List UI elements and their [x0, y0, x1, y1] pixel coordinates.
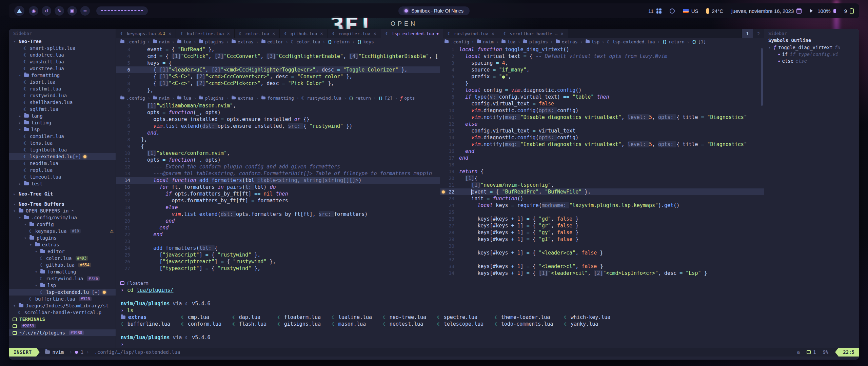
breadcrumb-config[interactable]: .config	[120, 96, 145, 101]
code-line-7[interactable]: 7 end,	[116, 129, 440, 136]
code-line-30[interactable]: 30	[440, 243, 764, 249]
buffer-tab-color-lua[interactable]: ☾color.lua×	[235, 29, 280, 38]
breadcrumb-extras[interactable]: extras	[231, 96, 254, 101]
tree-folder-editor[interactable]: ▾editor	[9, 248, 116, 255]
code-line-3[interactable]: 3 event = { "BufRead" },	[116, 46, 440, 53]
code-line-8[interactable]: 8 },	[116, 136, 440, 143]
buffer-tab-keymaps-lua[interactable]: ☾keymaps.lua⚠3×	[116, 29, 176, 38]
outline-item-else[interactable]: ◆elseelse	[764, 58, 859, 64]
tree-file-winshift-lua[interactable]: ☾winshift.lua	[9, 58, 116, 65]
code-line-31[interactable]: 31 keys[#keys + 1] = { "<leader>ca", fal…	[440, 249, 764, 256]
tree-folder-plugins[interactable]: ▾plugins	[9, 235, 116, 241]
breadcrumb-rustywind-lua[interactable]: ☾rustywind.lua	[301, 96, 341, 101]
breadcrumb-lsp-extended-lua[interactable]: ☾lsp-extended.lua	[607, 39, 655, 44]
code-line-23[interactable]: 23	[116, 238, 440, 245]
tree-folder-test[interactable]: ▸test	[9, 180, 116, 187]
code-line-12[interactable]: 12 --- Extend the conform plugin config …	[116, 163, 440, 170]
breadcrumb-lua[interactable]: lua	[177, 96, 191, 101]
code-line-17[interactable]: 17 opts.formatters_by_ft[ft] = formatter…	[116, 197, 440, 204]
keyboard-layout-module[interactable]: US	[683, 8, 698, 14]
power-button-icon[interactable]: ◉	[29, 6, 38, 16]
tree-file-isort-lua[interactable]: ☾isort.lua	[9, 79, 116, 85]
code-line-5[interactable]: 5 keys = {	[116, 60, 440, 66]
code-line-14[interactable]: 14 vim.diagnostic.config(opts: config)	[440, 134, 764, 141]
tree-folder-formatting[interactable]: ▾formatting	[9, 268, 116, 275]
progress-pill[interactable]	[96, 6, 148, 15]
code-line-13[interactable]: 13 ---@param tbl table<string, conform.F…	[116, 170, 440, 177]
breadcrumb-plugins[interactable]: plugins	[523, 39, 548, 44]
code-line-15[interactable]: 15 for ft, formatters in pairs(t: tbl) d…	[116, 184, 440, 190]
tree-file-rustfmt-lua[interactable]: ☾rustfmt.lua	[9, 85, 116, 92]
tree-folder-linting[interactable]: ▸linting	[9, 119, 116, 126]
code-line-10[interactable]: 10 vim.diagnostic.config(opts: config)	[440, 107, 764, 114]
tree-file-keymaps-lua[interactable]: ☾keymaps.lua#10⚠	[9, 228, 116, 235]
breadcrumb-lua[interactable]: lua	[177, 39, 191, 44]
close-icon[interactable]: ×	[320, 31, 323, 36]
breadcrumb-keys[interactable]: {}keys	[357, 39, 374, 44]
code-line-5[interactable]: 5 opts.ensure_installed = opts.ensure_in…	[116, 116, 440, 123]
code-line-7[interactable]: 7 { [1]"<S-C>", [2]"<cmd>CccConvert<cr>"…	[116, 73, 440, 80]
buffer-tab-scrollbar-handle[interactable]: ☾scrollbar-handle-…×	[499, 29, 568, 38]
code-line-32[interactable]: 32	[440, 256, 764, 263]
code-line-25[interactable]: 25	[440, 209, 764, 216]
close-icon[interactable]: ×	[272, 31, 275, 36]
code-line-29[interactable]: 29 keys[#keys + 1] = { "gI", false }	[440, 236, 764, 243]
menu-button-icon[interactable]: ≡	[80, 6, 90, 16]
tree-file-lens-lua[interactable]: ☾lens.lua	[9, 140, 116, 146]
code-line-23[interactable]: 23 init = function()	[440, 195, 764, 202]
code-line-4[interactable]: 4 cmd = { [1]"CccPick", [2]"CccConvert",…	[116, 53, 440, 60]
code-line-8[interactable]: 8 if type(v: config.virtual_text) == "ta…	[440, 94, 764, 100]
tree-folder-open-buffers-in[interactable]: ▾OPEN BUFFERS in ~	[9, 207, 116, 214]
breadcrumb-formatting[interactable]: formatting	[261, 96, 294, 101]
close-icon[interactable]: ×	[227, 31, 230, 36]
code-line-22[interactable]: 22 end	[116, 231, 440, 238]
tree-section-neo-tree-buffers[interactable]: ▾Neo-Tree Buffers	[9, 201, 116, 207]
tree-file-undotree-lua[interactable]: ☾undotree.lua	[9, 52, 116, 58]
now-playing[interactable]: Spiritbox - Rule Of Nines	[398, 6, 470, 15]
tree-file-lsp-extended-lu[interactable]: ☾lsp-extended.lu [+]	[9, 289, 116, 296]
code-line-18[interactable]: 18	[440, 161, 764, 168]
code-line-6[interactable]: 6 }	[440, 80, 764, 87]
temperature-module[interactable]: 24°C	[706, 8, 723, 14]
buffer-tab-rustywind-lua[interactable]: ☾rustywind.lua×	[443, 29, 499, 38]
code-line-1[interactable]: 1local function toggle_diag_virtext()	[440, 46, 764, 53]
tree-file-shellharden-lua[interactable]: ☾shellharden.lua	[9, 99, 116, 106]
buffer-tab-bufferline-lua[interactable]: ☾bufferline.lua×	[176, 29, 235, 38]
tree-folder-formatting[interactable]: ▾formatting	[9, 72, 116, 79]
restart-button-icon[interactable]: ↺	[42, 6, 51, 16]
code-line-14[interactable]: 14 local function add_formatters(tbl :ta…	[116, 177, 440, 184]
code-line-25[interactable]: 25 ["javascript"] = { "rustywind" },	[116, 251, 440, 258]
code-line-33[interactable]: 33 keys[#keys + 1] = { "<leader>cl", fal…	[440, 263, 764, 270]
code-line-22[interactable]: 22 event = { "BufReadPre", "BufNewFile" …	[440, 188, 764, 195]
code-line-19[interactable]: 19 vim.list_extend(dst: opts.formatters_…	[116, 211, 440, 218]
buffer-tab-github-lua[interactable]: ☾github.lua×	[280, 29, 328, 38]
tree-section-terminals[interactable]: TERMINALS	[9, 316, 116, 323]
close-icon[interactable]: ×	[169, 31, 171, 36]
code-line-7[interactable]: 7 local config = vim.diagnostic.config()	[440, 87, 764, 94]
clipboard-module[interactable]: 9	[844, 8, 854, 14]
code-line-3[interactable]: 3 [1]"williamboman/mason.nvim",	[116, 102, 440, 109]
code-line-27[interactable]: 27 ["typescript"] = { "rustywind" },	[116, 265, 440, 272]
launcher-button[interactable]	[14, 6, 24, 16]
tree-file-repl-lua[interactable]: ☾repl.lua	[9, 167, 116, 174]
tree-folder-config-nvim-lua[interactable]: ▾.config/nvim/lua	[9, 214, 116, 221]
breadcrumb-config[interactable]: .config	[120, 39, 145, 44]
outline-item-if[interactable]: ◆ifif type(config.vi	[764, 51, 859, 58]
breadcrumb-nvim[interactable]: nvim	[477, 39, 494, 44]
tree-file-github-lua[interactable]: ☾github.lua#654	[9, 262, 116, 268]
breadcrumb-nvim[interactable]: nvim	[153, 96, 170, 101]
breadcrumb-lua[interactable]: lua	[501, 39, 515, 44]
code-line-12[interactable]: 12 else	[440, 121, 764, 127]
close-icon[interactable]: ×	[561, 31, 564, 36]
breadcrumb-return[interactable]: {}return	[349, 96, 371, 101]
code-line-21[interactable]: 21 end	[116, 224, 440, 231]
code-line-9[interactable]: 9 config.virtual_text = false	[440, 100, 764, 107]
close-icon[interactable]: ×	[373, 31, 376, 36]
tree-folder-juegos-indies-steamlibrary-st[interactable]: ▾Juegos/Indies/SteamLibrary/st	[9, 302, 116, 309]
tabpage-1[interactable]: 1	[742, 29, 753, 38]
code-line-9[interactable]: 9 {	[116, 143, 440, 150]
code-line-18[interactable]: 18 else	[116, 204, 440, 211]
workspaces-module[interactable]: 11	[648, 8, 662, 14]
code-line-19[interactable]: 19return {	[440, 168, 764, 175]
breadcrumb-return[interactable]: {}return	[328, 39, 350, 44]
